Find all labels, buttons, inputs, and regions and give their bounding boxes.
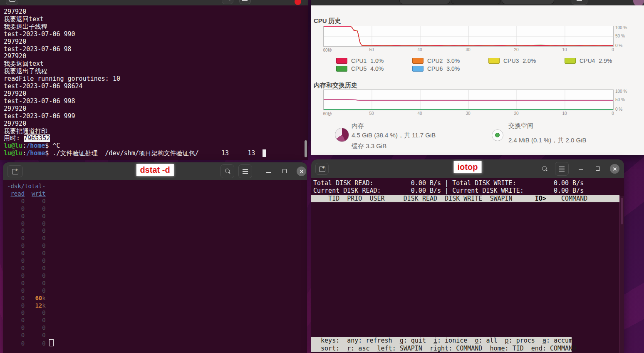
text-segment: 0 xyxy=(25,309,46,316)
legend-value: 2.0% xyxy=(523,57,536,64)
terminal-output[interactable]: 297920我要返回text我要退出子线程test-2023-07-06 990… xyxy=(0,5,308,160)
text-segment: test-2023-07-06 98 xyxy=(4,45,72,53)
text-segment: 0 xyxy=(25,198,46,204)
tab-文件系统[interactable]: 文件系统 xyxy=(502,0,554,4)
legend-item-CPU1: CPU11.0% xyxy=(336,57,412,65)
text-segment: 12 xyxy=(25,302,42,309)
text-segment: COMMAND xyxy=(546,195,587,202)
dstat-row: 0 0 xyxy=(7,198,307,205)
hamburger-icon xyxy=(243,171,248,172)
tab-资源[interactable]: 资源 xyxy=(451,0,501,4)
terminal-line: 297920 xyxy=(4,105,308,113)
memory-x-axis: 60秒50403020100 xyxy=(323,111,613,116)
dstat-row: 0 0 xyxy=(7,324,307,332)
scrollbar-thumb[interactable] xyxy=(621,198,623,224)
menu-button[interactable] xyxy=(239,0,251,4)
y-tick: 50 % xyxy=(615,34,625,38)
text-segment: 我要把通道打印 xyxy=(4,127,47,135)
legend-value: 4.0% xyxy=(370,65,384,72)
text-segment: 297920 xyxy=(4,52,26,60)
dstat-row: 0 0 xyxy=(7,332,307,339)
maximize-button[interactable] xyxy=(281,165,288,177)
legend-swatch xyxy=(488,58,500,64)
dstat-row: 0 0 xyxy=(7,220,307,228)
cpu-legend: CPU11.0%CPU23.0%CPU32.0%CPU42.9%CPU54.0%… xyxy=(336,57,641,72)
dstat-row: 0 0 xyxy=(7,272,307,280)
iotop-titlebar: iotop xyxy=(311,159,624,178)
x-tick: 0 xyxy=(612,47,614,52)
terminal-line: test-2023-07-06 98624 xyxy=(4,83,308,90)
y-tick: 0 % xyxy=(615,43,622,48)
text-segment: 0 xyxy=(7,242,25,249)
text-segment: : COMMAND xyxy=(542,345,576,352)
text-segment: 我要返回text xyxy=(4,60,44,67)
memory-cache-value: 缓存 3.3 GiB xyxy=(352,142,436,150)
new-tab-icon xyxy=(319,167,325,172)
legend-value: 1.0% xyxy=(370,57,384,64)
close-button[interactable] xyxy=(297,167,306,176)
iotop-status-bar: keys: any: refresh q: quit i: ionice o: … xyxy=(311,337,576,352)
text-segment: /home xyxy=(26,149,45,157)
cpu-x-axis: 60秒50403020100 xyxy=(323,47,613,52)
terminal-line: 我要把通道打印 xyxy=(4,128,308,135)
text-segment: k xyxy=(42,302,45,309)
terminal-line: lu@lu:/home$ ^C xyxy=(4,142,308,150)
minimize-button[interactable] xyxy=(577,162,585,175)
text-segment: 7965352 xyxy=(24,134,50,142)
text-segment: 0 xyxy=(25,257,46,264)
minimize-button[interactable] xyxy=(265,165,272,177)
text-segment xyxy=(25,190,32,197)
dstat-titlebar: dstat -d xyxy=(3,162,307,180)
terminal-line: test-2023-07-06 990 xyxy=(4,31,308,38)
search-button[interactable] xyxy=(220,164,234,178)
terminal-line: 297920 xyxy=(4,8,308,16)
text-segment: 0 xyxy=(7,340,25,347)
text-segment: p xyxy=(505,337,509,344)
cursor-block xyxy=(263,149,266,157)
dstat-window-title: dstat -d xyxy=(136,164,173,176)
menu-button[interactable] xyxy=(555,162,569,176)
iotop-window-title: iotop xyxy=(454,161,482,173)
avatar[interactable] xyxy=(633,0,644,5)
scrollbar-track[interactable] xyxy=(619,196,624,353)
text-segment: 0 xyxy=(25,340,46,347)
sysmon-headerbar: 进程资源文件系统 xyxy=(311,0,644,5)
terminal-line: 我要退出子线程 xyxy=(4,68,308,75)
close-button[interactable] xyxy=(295,0,301,5)
text-segment: keys: any: refresh xyxy=(313,337,400,344)
text-segment: : procs xyxy=(509,337,542,344)
new-tab-button[interactable] xyxy=(7,165,23,177)
text-segment: 0 xyxy=(25,272,46,279)
text-segment: $ ^C xyxy=(45,142,60,149)
text-segment: 0 xyxy=(25,287,46,294)
sysmon-menu-button[interactable] xyxy=(572,0,587,5)
text-segment xyxy=(49,339,54,346)
iotop-output[interactable]: Total DISK READ: 0.00 B/s | Total DISK W… xyxy=(311,178,624,353)
dstat-row: 0 0 xyxy=(7,339,307,348)
dstat-columns: read writ xyxy=(7,190,307,198)
x-tick: 0 xyxy=(612,111,614,116)
search-icon xyxy=(225,169,230,173)
terminal-window-main: 297920我要返回text我要退出子线程test-2023-07-06 990… xyxy=(0,0,308,160)
maximize-button[interactable] xyxy=(594,162,602,175)
search-button[interactable] xyxy=(222,0,233,4)
menu-button[interactable] xyxy=(238,164,252,178)
text-segment: 用时: xyxy=(4,134,24,142)
new-tab-button[interactable] xyxy=(6,0,18,5)
terminal-line: test-2023-07-06 998 xyxy=(4,98,308,105)
swap-label: 交换空间 xyxy=(508,122,587,130)
new-tab-button[interactable] xyxy=(315,163,329,175)
scrollbar-thumb[interactable] xyxy=(305,140,307,157)
dstat-output[interactable]: -dsk/total- read writ 0 0 0 0 0 0 0 0 0 … xyxy=(3,180,307,353)
iotop-table-header: TID PRIO USER DISK READ DISK WRITE SWAPI… xyxy=(311,195,619,202)
text-segment: 0 xyxy=(7,324,25,331)
dstat-row: 0 0 xyxy=(7,235,307,242)
close-button[interactable] xyxy=(610,164,619,174)
text-segment: 0 xyxy=(25,317,46,323)
search-button[interactable] xyxy=(537,162,551,176)
text-segment: : TID xyxy=(505,345,531,352)
dstat-terminal-window: dstat -d -dsk/total- read writ 0 0 0 0 0… xyxy=(3,162,307,353)
text-segment: 0 xyxy=(7,295,25,301)
tab-进程[interactable]: 进程 xyxy=(399,0,450,4)
text-segment: read xyxy=(10,190,25,197)
